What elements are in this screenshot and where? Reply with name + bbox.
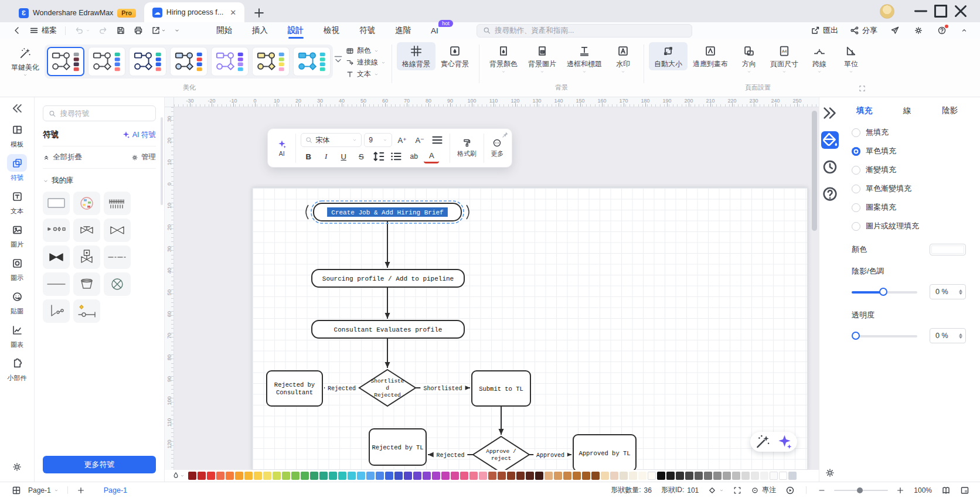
connector-dropdown[interactable]: 連接線: [346, 57, 386, 67]
export-button[interactable]: 匯出: [811, 25, 838, 36]
canvas[interactable]: Create Job & Add Hiring BriefSourcing pr…: [174, 107, 819, 470]
symbol-comb[interactable]: [104, 192, 131, 215]
back-button[interactable]: [12, 26, 22, 35]
palette-swatch[interactable]: [526, 472, 534, 480]
watermark-button[interactable]: 水印: [607, 42, 639, 75]
palette-swatch[interactable]: [704, 472, 712, 480]
palette-swatch[interactable]: [666, 472, 675, 480]
palette-swatch[interactable]: [788, 472, 797, 480]
zoom-out-button[interactable]: [818, 486, 826, 494]
radio-button[interactable]: [852, 147, 860, 156]
orientation-button[interactable]: 方向: [733, 42, 765, 75]
palette-swatch[interactable]: [713, 472, 722, 480]
zoom-slider[interactable]: [834, 487, 888, 494]
palette-swatch[interactable]: [545, 472, 553, 480]
palette-swatch[interactable]: [394, 472, 403, 480]
fill-option[interactable]: 圖案填充: [852, 198, 966, 217]
maximize-button[interactable]: [931, 0, 951, 22]
more-symbols-button[interactable]: 更多符號: [43, 456, 156, 473]
spinner-arrows[interactable]: [959, 289, 962, 295]
palette-swatch[interactable]: [760, 472, 768, 480]
sidebar-item[interactable]: 圖表: [2, 321, 32, 349]
palette-swatch[interactable]: [648, 472, 656, 480]
shade-slider[interactable]: [852, 288, 917, 296]
symbol-diagram[interactable]: [73, 192, 100, 215]
theme-style-tile[interactable]: [88, 47, 125, 76]
fill-option[interactable]: 漸變填充: [852, 161, 966, 179]
italic-button[interactable]: I: [318, 149, 334, 163]
radio-button[interactable]: [852, 222, 860, 231]
quick-export-button[interactable]: [151, 26, 161, 35]
palette-fill-tool[interactable]: [172, 472, 185, 480]
palette-swatch[interactable]: [385, 472, 393, 480]
symbol-valve-top[interactable]: [73, 219, 100, 242]
collapse-panel-button[interactable]: [821, 104, 839, 122]
palette-swatch[interactable]: [413, 472, 421, 480]
palette-swatch[interactable]: [732, 472, 740, 480]
fill-option[interactable]: 圖片或紋理填充: [852, 217, 966, 236]
palette-swatch[interactable]: [657, 472, 665, 480]
collapse-sidebar-button[interactable]: [11, 102, 23, 115]
fill-option[interactable]: 單色填充: [852, 142, 966, 161]
manage-button[interactable]: 管理: [131, 152, 156, 162]
sidebar-item[interactable]: 小部件: [2, 354, 32, 383]
sidebar-settings-gear-icon[interactable]: [12, 462, 22, 472]
bold-button[interactable]: B: [301, 149, 316, 163]
palette-swatch[interactable]: [741, 472, 750, 480]
fullscreen-icon[interactable]: [733, 486, 741, 494]
line-jump-button[interactable]: 跨線: [804, 42, 835, 75]
underline-button[interactable]: U: [336, 149, 351, 163]
palette-swatch[interactable]: [338, 472, 346, 480]
text-dropdown[interactable]: 文本: [346, 69, 386, 79]
redo-button[interactable]: [98, 26, 108, 35]
symbol-node-line[interactable]: [73, 299, 100, 323]
palette-swatch[interactable]: [573, 472, 581, 480]
palette-swatch[interactable]: [685, 472, 693, 480]
radio-button[interactable]: [852, 185, 860, 193]
palette-swatch[interactable]: [357, 472, 365, 480]
symbol-circle-cross[interactable]: [104, 272, 131, 296]
palette-swatch[interactable]: [329, 472, 337, 480]
palette-swatch[interactable]: [263, 472, 271, 480]
align-button[interactable]: [430, 133, 445, 147]
symbol-line[interactable]: [43, 272, 70, 296]
palette-swatch[interactable]: [770, 472, 778, 480]
font-size-select[interactable]: 9: [364, 133, 392, 147]
fill-option[interactable]: 無填充: [852, 123, 966, 142]
symbol-search[interactable]: [43, 105, 156, 121]
tab-close-icon[interactable]: ✕: [230, 8, 236, 17]
format-tab[interactable]: 陰影: [942, 105, 958, 116]
collapse-ribbon-button[interactable]: [961, 27, 968, 34]
undo-button[interactable]: [74, 26, 84, 35]
sidebar-item[interactable]: 圖片: [2, 221, 32, 249]
palette-swatch[interactable]: [535, 472, 543, 480]
help-panel-icon[interactable]: [821, 185, 839, 203]
palette-swatch[interactable]: [348, 472, 356, 480]
palette-swatch[interactable]: [601, 472, 609, 480]
document-tab[interactable]: ☁ Hiring process f... ✕: [144, 2, 244, 22]
app-tab[interactable]: Ɛ Wondershare EdrawMax Pro: [11, 4, 144, 22]
menu-item[interactable]: AIhot: [423, 22, 446, 39]
border-title-button[interactable]: 邊框和標題: [562, 42, 607, 75]
palette-swatch[interactable]: [198, 472, 206, 480]
palette-swatch[interactable]: [779, 472, 787, 480]
palette-swatch[interactable]: [582, 472, 590, 480]
theme-style-tile[interactable]: [129, 47, 166, 76]
share-button[interactable]: 分享: [850, 25, 877, 36]
menu-item[interactable]: 符號: [352, 22, 383, 39]
close-button[interactable]: [951, 0, 971, 22]
symbol-valve-box[interactable]: [73, 245, 100, 269]
solid-background-button[interactable]: 實心背景: [435, 42, 474, 70]
library-section-header[interactable]: 我的庫: [43, 176, 156, 186]
menu-item[interactable]: 檢視: [316, 22, 347, 39]
search-input[interactable]: [495, 26, 686, 35]
zoom-level[interactable]: 100%: [914, 486, 932, 494]
background-color-button[interactable]: 背景顏色: [484, 42, 523, 75]
symbol-bowtie-filled[interactable]: [43, 245, 70, 269]
symbol-search-input[interactable]: [60, 110, 150, 118]
minimap-icon[interactable]: [960, 486, 969, 495]
unit-button[interactable]: 單位: [835, 42, 867, 75]
menu-item[interactable]: 插入: [244, 22, 275, 39]
decrease-font-button[interactable]: A⁻: [412, 133, 427, 147]
font-color-button[interactable]: A: [424, 149, 439, 163]
